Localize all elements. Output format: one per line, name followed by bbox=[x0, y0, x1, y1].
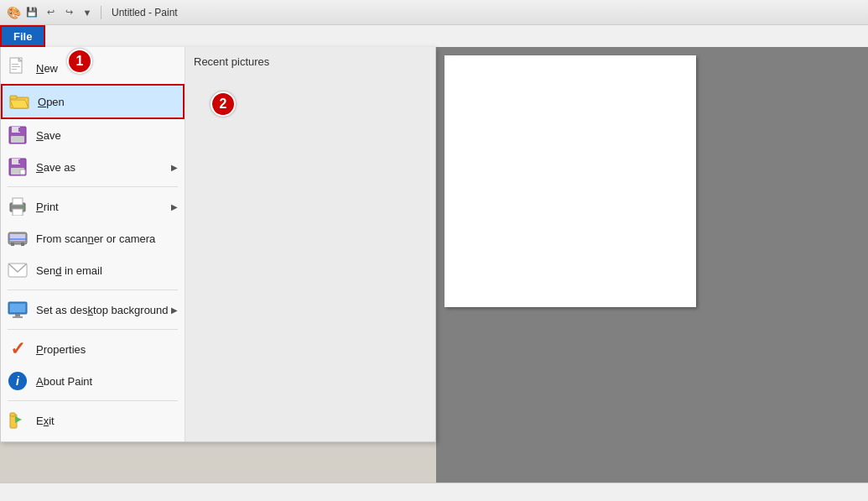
save-as-label: Save as bbox=[36, 161, 171, 174]
desktop-label: Set as desktop background bbox=[36, 304, 171, 316]
properties-label: Properties bbox=[36, 343, 178, 356]
separator-4 bbox=[8, 400, 178, 401]
file-menu-button[interactable]: File bbox=[0, 25, 45, 47]
svg-rect-30 bbox=[10, 304, 25, 312]
properties-icon: ✓ bbox=[6, 337, 29, 361]
save-label: Save bbox=[36, 129, 178, 142]
customize-btn[interactable]: ▼ bbox=[79, 4, 96, 21]
separator-1 bbox=[8, 186, 178, 187]
menu-item-exit[interactable]: Exit bbox=[1, 404, 185, 436]
svg-rect-7 bbox=[10, 96, 17, 99]
about-icon: i bbox=[6, 369, 29, 393]
new-icon bbox=[6, 56, 29, 80]
svg-rect-27 bbox=[21, 243, 24, 246]
desktop-icon bbox=[6, 298, 29, 321]
email-icon bbox=[6, 258, 29, 282]
separator-2 bbox=[8, 290, 178, 290]
toolbar-divider bbox=[101, 6, 101, 19]
svg-point-22 bbox=[22, 206, 24, 208]
canvas-area bbox=[436, 47, 868, 483]
redo-btn[interactable]: ↪ bbox=[60, 4, 77, 21]
menu-items-list: New Open Save bbox=[1, 47, 185, 441]
undo-btn[interactable]: ↩ bbox=[42, 4, 59, 21]
svg-rect-2 bbox=[12, 64, 18, 65]
quick-access-toolbar: 💾 ↩ ↪ ▼ bbox=[23, 4, 105, 21]
svg-rect-32 bbox=[13, 316, 23, 318]
svg-rect-20 bbox=[13, 198, 23, 205]
about-label: About Paint bbox=[36, 375, 178, 388]
new-label: New bbox=[36, 62, 178, 75]
menu-item-save-as[interactable]: Save as ▶ bbox=[1, 151, 185, 183]
menu-item-save[interactable]: Save bbox=[1, 119, 185, 151]
menu-item-desktop[interactable]: Set as desktop background ▶ bbox=[1, 294, 185, 326]
print-arrow: ▶ bbox=[171, 202, 178, 211]
save-as-arrow: ▶ bbox=[171, 163, 178, 172]
svg-rect-16 bbox=[18, 159, 21, 164]
exit-icon bbox=[6, 409, 29, 432]
menu-item-email[interactable]: Send in email bbox=[1, 254, 185, 286]
svg-rect-34 bbox=[10, 413, 15, 416]
svg-rect-4 bbox=[12, 69, 17, 70]
svg-rect-21 bbox=[13, 209, 23, 216]
window-title: Untitled - Paint bbox=[112, 7, 178, 18]
annotation-1: 1 bbox=[67, 49, 92, 74]
svg-marker-9 bbox=[10, 100, 29, 108]
desktop-arrow: ▶ bbox=[171, 305, 178, 315]
open-label: Open bbox=[38, 96, 176, 108]
ribbon: File bbox=[0, 25, 868, 48]
save-icon bbox=[6, 123, 29, 147]
exit-label: Exit bbox=[36, 415, 178, 427]
status-bar bbox=[0, 483, 868, 501]
svg-rect-26 bbox=[11, 243, 14, 246]
app-icon: 🎨 bbox=[7, 6, 20, 19]
scanner-icon bbox=[6, 227, 29, 250]
save-as-icon bbox=[6, 155, 29, 179]
svg-rect-25 bbox=[8, 238, 27, 240]
recent-pictures-title: Recent pictures bbox=[194, 55, 427, 68]
svg-rect-31 bbox=[15, 314, 20, 316]
menu-item-new[interactable]: New bbox=[1, 52, 185, 84]
title-bar: 🎨 💾 ↩ ↪ ▼ Untitled - Paint bbox=[0, 0, 868, 25]
svg-rect-12 bbox=[18, 128, 21, 132]
print-label: Print bbox=[36, 201, 171, 213]
menu-item-print[interactable]: Print ▶ bbox=[1, 190, 185, 222]
svg-rect-13 bbox=[11, 136, 24, 143]
ribbon-tabs: File bbox=[0, 25, 868, 47]
scanner-label: From scanner or camera bbox=[36, 232, 178, 245]
separator-3 bbox=[8, 329, 178, 330]
svg-rect-3 bbox=[12, 66, 20, 67]
recent-pictures-panel: Recent pictures 2 bbox=[185, 47, 435, 441]
email-label: Send in email bbox=[36, 264, 178, 277]
file-menu: New Open Save bbox=[0, 47, 436, 442]
svg-rect-18 bbox=[20, 170, 25, 175]
menu-item-scanner[interactable]: From scanner or camera bbox=[1, 222, 185, 254]
menu-item-open[interactable]: Open bbox=[1, 84, 185, 119]
paint-canvas[interactable] bbox=[444, 55, 696, 307]
annotation-2: 2 bbox=[211, 91, 236, 117]
open-icon bbox=[8, 90, 31, 113]
menu-item-about[interactable]: i About Paint bbox=[1, 365, 185, 397]
svg-marker-35 bbox=[15, 416, 22, 423]
print-icon bbox=[6, 195, 29, 218]
save-quick-btn[interactable]: 💾 bbox=[23, 4, 40, 21]
menu-item-properties[interactable]: ✓ Properties bbox=[1, 333, 185, 365]
